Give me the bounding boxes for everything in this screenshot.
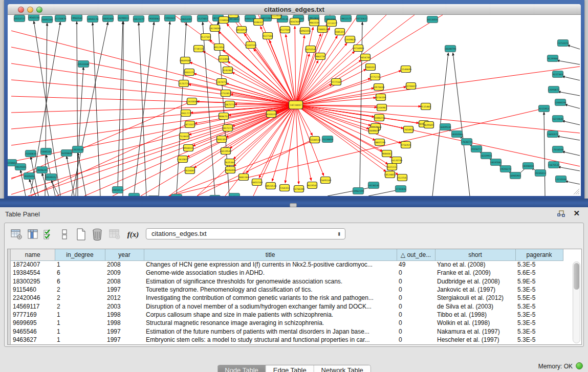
graph-node[interactable]: 9127504 xyxy=(280,27,290,33)
graph-node[interactable]: 17654923 xyxy=(403,126,415,133)
table-row[interactable]: 1872400712008Changes of HCN gene express… xyxy=(11,260,563,269)
graph-node[interactable]: 9215953 xyxy=(539,105,550,112)
graph-node[interactable]: 12444194 xyxy=(555,99,567,106)
graph-node[interactable]: 8912954 xyxy=(214,44,224,51)
graph-node[interactable]: 25160610 xyxy=(25,150,37,157)
graph-node[interactable]: 10653287 xyxy=(181,16,192,23)
graph-node[interactable]: 11544695 xyxy=(400,66,412,73)
table-row[interactable]: 2242004622012Investigating the contribut… xyxy=(11,294,563,302)
network-window[interactable]: citations_edges.txt 20553727195651542049… xyxy=(4,0,584,201)
graph-node[interactable]: 9127505 xyxy=(201,34,211,40)
graph-node[interactable]: 1527602 xyxy=(198,15,208,22)
graph-node[interactable]: 17554300 xyxy=(171,194,183,196)
graph-node[interactable]: 18945174 xyxy=(87,16,99,23)
graph-node[interactable]: 9482244 xyxy=(238,174,249,181)
graph-node[interactable]: 19922651 xyxy=(148,196,160,196)
graph-node[interactable]: 11675533 xyxy=(548,162,560,168)
graph-node[interactable]: 9245012 xyxy=(229,193,240,196)
graph-node[interactable]: 18543932 xyxy=(236,27,248,33)
graph-node[interactable]: 2901771 xyxy=(181,110,191,117)
graph-node[interactable]: 21307310 xyxy=(245,42,257,49)
graph-node[interactable]: 12213377 xyxy=(326,20,338,27)
graph-node[interactable]: 10688609 xyxy=(368,127,380,134)
graph-node[interactable]: 16210643 xyxy=(552,116,564,122)
graph-node[interactable]: 20553727 xyxy=(14,15,26,22)
graph-node[interactable]: 19303062 xyxy=(148,15,160,22)
graph-node[interactable]: 28367608 xyxy=(289,18,301,25)
network-canvas[interactable]: 2055372719565154204915402115087819965561… xyxy=(8,15,581,196)
graph-node[interactable]: 8313054 xyxy=(427,16,438,23)
graph-node[interactable]: 18724007 xyxy=(289,101,303,109)
graph-node[interactable]: 20599252 xyxy=(46,174,57,181)
graph-node[interactable]: 9884067 xyxy=(382,150,392,157)
graph-node[interactable]: 19565154 xyxy=(28,15,40,21)
graph-node[interactable]: 9227343 xyxy=(553,71,563,78)
table-selector-combo[interactable]: citations_edges.txt ⬍ xyxy=(146,228,345,239)
graph-node[interactable]: 14136141 xyxy=(368,182,380,189)
graph-node[interactable]: 18372713 xyxy=(222,125,234,132)
graph-node[interactable]: 8454749 xyxy=(360,54,371,61)
function-builder-icon[interactable]: f(x) xyxy=(126,227,140,242)
graph-node[interactable]: 15695160 xyxy=(320,177,332,184)
graph-node[interactable]: 15751074 xyxy=(557,40,569,47)
graph-node[interactable]: 12474755 xyxy=(216,79,228,85)
graph-node[interactable]: 22268063 xyxy=(218,17,230,24)
table-row[interactable]: 946554611997Estimation of the future num… xyxy=(11,327,563,335)
graph-node[interactable]: 19305050 xyxy=(24,173,35,180)
graph-node[interactable]: 18302064 xyxy=(451,131,463,138)
graph-node[interactable]: 16519547 xyxy=(220,148,232,155)
delete-table-icon[interactable] xyxy=(91,227,104,242)
graph-node[interactable]: 18649389 xyxy=(180,57,191,64)
graph-node[interactable]: 9756928 xyxy=(401,142,411,148)
scrollbar-thumb[interactable] xyxy=(574,263,579,290)
graph-node[interactable]: 22420046 xyxy=(186,98,198,105)
graph-node[interactable]: 18923514 xyxy=(265,183,277,189)
graph-node[interactable]: 9127508 xyxy=(228,15,238,18)
graph-node[interactable]: 30672713 xyxy=(224,101,236,108)
graph-node[interactable]: 14226084 xyxy=(209,25,221,32)
column-header-in_degree[interactable]: in_degree xyxy=(55,249,105,260)
graph-node[interactable]: 10486216 xyxy=(374,115,385,121)
graph-node[interactable]: 16319915 xyxy=(481,152,492,159)
graph-node[interactable]: 8186325 xyxy=(253,19,264,26)
graph-node[interactable]: 22025530 xyxy=(72,146,84,153)
modify-table-icon[interactable] xyxy=(10,227,23,242)
graph-node[interactable]: 15584554 xyxy=(309,137,321,143)
graph-node[interactable]: 18721075 xyxy=(184,121,196,128)
table-row[interactable]: 911546021997Tourette syndrome. Phenomeno… xyxy=(11,286,563,294)
vertical-scrollbar[interactable] xyxy=(573,261,580,343)
graph-node[interactable]: 14524851 xyxy=(384,171,396,178)
graph-node[interactable]: 16766381 xyxy=(293,186,305,192)
show-columns-icon[interactable] xyxy=(26,227,39,242)
graph-node[interactable]: 19412175 xyxy=(340,15,352,22)
new-table-icon[interactable] xyxy=(74,227,88,242)
graph-node[interactable]: 21902421 xyxy=(164,15,176,21)
table-row[interactable]: 969969511998Structural magnetic resonanc… xyxy=(11,319,563,327)
graph-node[interactable]: 16288156 xyxy=(209,195,221,196)
close-panel-icon[interactable]: ✕ xyxy=(573,209,580,218)
graph-node[interactable]: 21845103 xyxy=(40,148,52,155)
graph-node[interactable]: 16409538 xyxy=(440,124,451,130)
graph-node[interactable]: 16945901 xyxy=(510,172,521,179)
graph-node[interactable]: 9242845 xyxy=(223,67,233,74)
resize-grip-icon[interactable] xyxy=(573,188,580,195)
select-all-icon[interactable] xyxy=(41,227,55,242)
graph-node[interactable]: 7614045 xyxy=(185,167,195,174)
graph-node[interactable]: 9115460 xyxy=(421,103,431,110)
table-row[interactable]: 946362711997Embryonic stem cells: a mode… xyxy=(11,336,563,344)
graph-node[interactable]: 9646406 xyxy=(225,167,235,173)
graph-node[interactable]: 7485310 xyxy=(335,29,345,35)
graph-node[interactable]: 16452163 xyxy=(251,179,263,186)
graph-node[interactable]: 19734903 xyxy=(353,45,364,52)
graph-node[interactable]: 18496205 xyxy=(36,167,48,173)
graph-node[interactable]: 20691406 xyxy=(102,15,114,22)
graph-node[interactable]: 17016504 xyxy=(552,146,564,153)
graph-node[interactable]: 10962199 xyxy=(353,188,364,194)
graph-node[interactable]: 20422277 xyxy=(133,16,145,23)
graph-node[interactable]: 9302274 xyxy=(184,69,194,76)
graph-node[interactable]: 2522547 xyxy=(397,174,407,181)
graph-node[interactable]: 9129946 xyxy=(548,55,558,62)
graph-node[interactable]: 9775731 xyxy=(370,74,380,80)
graph-node[interactable]: 9699695 xyxy=(424,122,434,128)
graph-node[interactable]: 16120746 xyxy=(391,157,403,164)
